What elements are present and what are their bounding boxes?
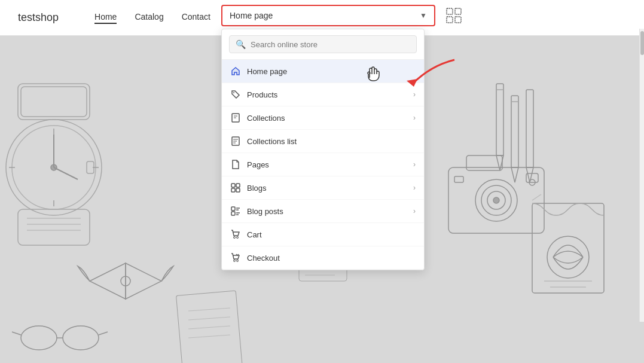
svg-point-74 bbox=[234, 260, 236, 262]
menu-item-left: Blog posts bbox=[230, 206, 283, 216]
svg-rect-44 bbox=[176, 291, 243, 363]
menu-item-collections-label: Collections bbox=[247, 114, 285, 123]
svg-point-18 bbox=[63, 326, 99, 350]
menu-item-left: Blogs bbox=[230, 182, 267, 193]
svg-point-73 bbox=[237, 237, 239, 239]
chevron-down-icon: ▼ bbox=[420, 11, 427, 20]
menu-item-left: Checkout bbox=[230, 252, 280, 263]
chevron-right-icon: › bbox=[413, 160, 416, 169]
svg-rect-55 bbox=[447, 8, 453, 14]
chevron-right-icon: › bbox=[413, 184, 416, 192]
grid-icon-wrapper[interactable] bbox=[445, 7, 462, 26]
chevron-right-icon: › bbox=[413, 114, 416, 122]
menu-item-collections-list-label: Collections list bbox=[247, 137, 297, 146]
svg-rect-65 bbox=[236, 188, 240, 192]
svg-point-59 bbox=[233, 92, 234, 93]
menu-item-collections-list[interactable]: Collections list bbox=[222, 130, 424, 153]
checkout-cart-icon bbox=[230, 252, 241, 263]
menu-item-blog-posts-label: Blog posts bbox=[247, 207, 283, 216]
menu-item-home-page[interactable]: Home page bbox=[222, 60, 424, 83]
svg-rect-39 bbox=[511, 96, 518, 167]
store-logo: testshop bbox=[18, 11, 59, 24]
svg-rect-36 bbox=[496, 84, 503, 155]
house-icon bbox=[230, 66, 241, 77]
menu-item-left: Pages bbox=[230, 159, 269, 170]
svg-rect-32 bbox=[532, 203, 604, 293]
menu-item-left: Products bbox=[230, 89, 277, 100]
dropdown-menu: 🔍 Home page bbox=[221, 29, 425, 270]
menu-item-cart-label: Cart bbox=[247, 230, 262, 239]
menu-item-products-label: Products bbox=[247, 90, 277, 99]
menu-item-checkout-label: Checkout bbox=[247, 254, 280, 263]
menu-item-pages[interactable]: Pages › bbox=[222, 153, 424, 176]
svg-rect-1 bbox=[21, 87, 87, 117]
menu-item-pages-label: Pages bbox=[247, 160, 269, 169]
grid-icon bbox=[230, 182, 241, 193]
svg-line-6 bbox=[54, 167, 78, 179]
search-input[interactable] bbox=[251, 40, 410, 49]
svg-rect-57 bbox=[447, 17, 453, 23]
nav-home[interactable]: Home bbox=[94, 12, 117, 24]
svg-line-48 bbox=[188, 335, 230, 338]
svg-point-75 bbox=[237, 260, 239, 262]
svg-point-17 bbox=[21, 326, 57, 350]
svg-rect-62 bbox=[231, 184, 235, 187]
nav-catalog[interactable]: Catalog bbox=[135, 12, 163, 24]
nav-contact[interactable]: Contact bbox=[182, 12, 210, 24]
store-nav: Home Catalog Contact bbox=[94, 12, 210, 24]
grid-selector-icon[interactable] bbox=[445, 7, 462, 24]
svg-rect-7 bbox=[18, 209, 90, 245]
menu-item-left: Home page bbox=[230, 66, 287, 77]
menu-item-collections[interactable]: Collections › bbox=[222, 106, 424, 130]
menu-item-checkout[interactable]: Checkout bbox=[222, 246, 424, 270]
svg-marker-40 bbox=[511, 167, 518, 182]
svg-rect-30 bbox=[454, 176, 463, 182]
tag-icon bbox=[230, 89, 241, 100]
svg-rect-0 bbox=[18, 84, 90, 120]
svg-point-72 bbox=[234, 237, 236, 239]
svg-line-21 bbox=[99, 332, 108, 335]
svg-rect-56 bbox=[455, 8, 461, 14]
grid-list-icon bbox=[230, 206, 241, 216]
chevron-right-icon: › bbox=[413, 207, 416, 215]
menu-item-cart[interactable]: Cart bbox=[222, 223, 424, 246]
svg-line-46 bbox=[188, 317, 230, 320]
file-icon bbox=[230, 159, 241, 170]
bookmark-icon bbox=[230, 112, 241, 123]
menu-item-blogs[interactable]: Blogs › bbox=[222, 176, 424, 200]
menu-item-products[interactable]: Products › bbox=[222, 83, 424, 106]
cart-icon bbox=[230, 229, 241, 240]
chevron-right-icon: › bbox=[413, 90, 416, 99]
menu-item-home-page-label: Home page bbox=[247, 67, 287, 76]
svg-rect-42 bbox=[526, 90, 533, 167]
svg-rect-64 bbox=[231, 188, 235, 192]
svg-line-20 bbox=[12, 332, 21, 335]
search-container: 🔍 bbox=[222, 29, 424, 60]
dropdown-selected-value: Home page bbox=[230, 11, 273, 20]
search-box: 🔍 bbox=[229, 35, 417, 53]
page-selector-wrapper: Home page ▼ bbox=[221, 5, 435, 26]
menu-item-blogs-label: Blogs bbox=[247, 184, 267, 193]
svg-point-27 bbox=[493, 197, 499, 203]
bookmark-list-icon bbox=[230, 136, 241, 147]
svg-line-45 bbox=[188, 308, 230, 311]
search-icon: 🔍 bbox=[236, 39, 246, 49]
menu-item-left: Collections list bbox=[230, 136, 297, 147]
menu-item-left: Cart bbox=[230, 229, 262, 240]
svg-rect-66 bbox=[231, 207, 235, 211]
svg-rect-69 bbox=[231, 212, 235, 215]
page-selector-dropdown[interactable]: Home page ▼ bbox=[221, 5, 435, 26]
svg-line-31 bbox=[532, 194, 541, 200]
menu-item-left: Collections bbox=[230, 112, 285, 123]
menu-item-blog-posts[interactable]: Blog posts › bbox=[222, 200, 424, 223]
svg-rect-63 bbox=[236, 184, 240, 187]
svg-rect-58 bbox=[455, 17, 461, 23]
svg-line-47 bbox=[188, 326, 230, 329]
